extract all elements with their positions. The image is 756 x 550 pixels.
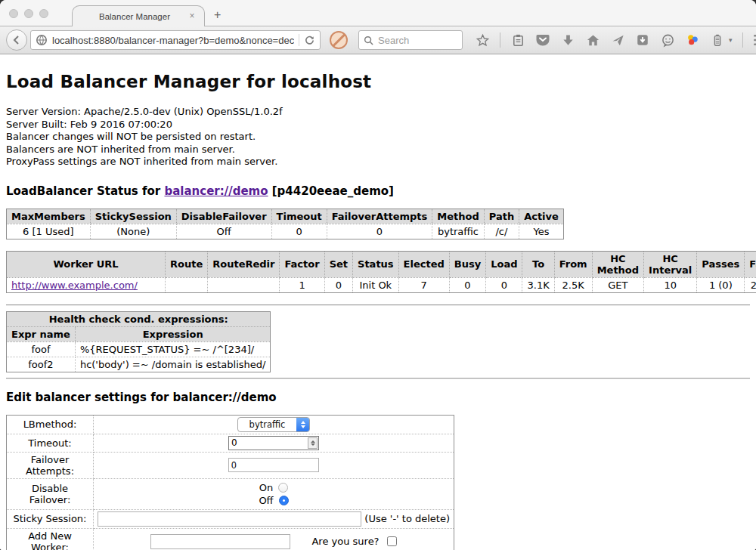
status-heading: LoadBalancer Status for balancer://demo … bbox=[6, 184, 750, 198]
server-version-line: Server Version: Apache/2.5.0-dev (Unix) … bbox=[6, 106, 750, 119]
balancer-status-table: MaxMembers StickySession DisableFailover… bbox=[6, 209, 564, 239]
disable-failover-off-radio[interactable] bbox=[279, 496, 289, 505]
worker-url-link[interactable]: http://www.example.com/ bbox=[11, 280, 138, 291]
sticky-session-input[interactable] bbox=[98, 511, 361, 527]
failover-attempts-input[interactable] bbox=[228, 458, 319, 472]
content-blocked-icon[interactable] bbox=[330, 31, 348, 49]
browser-tab[interactable]: Balancer Manager × bbox=[72, 5, 205, 26]
downloads-icon[interactable] bbox=[560, 32, 575, 48]
col-failoverattempts: FailoverAttempts bbox=[327, 209, 432, 224]
inherit-note-line: Balancers are NOT inherited from main se… bbox=[6, 144, 750, 156]
toolbar-icons: ▾ bbox=[475, 32, 756, 48]
are-you-sure-checkbox[interactable] bbox=[387, 536, 397, 546]
edit-settings-form: LBmethod: bytraffic Timeout: Failover At… bbox=[6, 415, 454, 550]
col-expression: Expression bbox=[75, 326, 271, 341]
home-icon[interactable] bbox=[585, 32, 600, 48]
balancer-data-row: 6 [1 Used] (None) Off 0 0 bytraffic /c/ … bbox=[7, 224, 564, 239]
persist-note-line: Balancer changes will NOT be persisted o… bbox=[6, 131, 750, 144]
col-path: Path bbox=[484, 209, 519, 224]
proxypass-note-line: ProxyPass settings are NOT inherited fro… bbox=[6, 156, 750, 168]
zoom-window-button[interactable] bbox=[39, 9, 48, 18]
search-icon bbox=[364, 36, 373, 45]
status-heading-suffix: [p4420eeae_demo] bbox=[268, 184, 394, 198]
number-spinner-icon[interactable] bbox=[308, 437, 318, 449]
select-stepper-icon bbox=[296, 418, 309, 431]
battery-extension-icon[interactable] bbox=[710, 32, 725, 48]
menu-hamburger-icon[interactable] bbox=[753, 32, 756, 48]
add-worker-label: Add New Worker: bbox=[7, 528, 94, 550]
failover-attempts-label: Failover Attempts: bbox=[7, 452, 94, 478]
health-row-foof2: foof2 hc('body') =~ /domain is establish… bbox=[7, 357, 271, 372]
page-content: Load Balancer Manager for localhost Serv… bbox=[0, 54, 756, 550]
status-heading-prefix: LoadBalancer Status for bbox=[6, 184, 164, 198]
radio-off-label: Off bbox=[259, 494, 273, 507]
tab-close-icon[interactable]: × bbox=[186, 11, 198, 23]
section-divider-2 bbox=[6, 378, 750, 379]
feedback-smiley-icon[interactable] bbox=[660, 32, 675, 48]
bookmark-star-icon[interactable] bbox=[475, 32, 490, 48]
palette-extension-icon[interactable] bbox=[685, 32, 700, 48]
add-worker-row: Add New Worker: Are you sure? bbox=[7, 528, 454, 550]
search-placeholder: Search bbox=[378, 35, 409, 46]
tab-title: Balancer Manager bbox=[73, 12, 186, 21]
col-active: Active bbox=[519, 209, 564, 224]
lbmethod-select[interactable]: bytraffic bbox=[237, 417, 310, 432]
health-title-row: Health check cond. expressions: bbox=[7, 311, 271, 326]
balancer-demo-link[interactable]: balancer://demo bbox=[164, 184, 268, 198]
search-bar[interactable]: Search bbox=[358, 30, 463, 50]
col-method: Method bbox=[432, 209, 484, 224]
timeout-row: Timeout: bbox=[7, 434, 454, 452]
url-divider bbox=[299, 34, 299, 46]
health-header-row: Expr name Expression bbox=[7, 326, 271, 341]
add-worker-input[interactable] bbox=[150, 534, 290, 549]
section-divider-1 bbox=[6, 304, 750, 306]
send-tab-icon[interactable] bbox=[610, 32, 625, 48]
download-box-icon[interactable] bbox=[635, 32, 650, 48]
health-check-table: Health check cond. expressions: Expr nam… bbox=[6, 311, 271, 372]
url-text[interactable]: localhost:8880/balancer-manager?b=demo&n… bbox=[52, 35, 294, 46]
globe-icon bbox=[36, 34, 48, 46]
timeout-label: Timeout: bbox=[7, 434, 94, 452]
pocket-icon[interactable] bbox=[535, 32, 550, 48]
clipboard-icon[interactable] bbox=[510, 32, 525, 48]
col-timeout: Timeout bbox=[271, 209, 327, 224]
col-stickysession: StickySession bbox=[90, 209, 176, 224]
are-you-sure-label: Are you sure? bbox=[311, 536, 379, 547]
disable-failover-on-radio[interactable] bbox=[278, 483, 288, 493]
health-row-foof: foof %{REQUEST_STATUS} =~ /^[234]/ bbox=[7, 341, 271, 357]
timeout-input[interactable] bbox=[228, 436, 319, 450]
nav-bar: localhost:8880/balancer-manager?b=demo&n… bbox=[0, 26, 756, 54]
worker-header-row: Worker URL Route RouteRedir Factor Set S… bbox=[7, 251, 756, 277]
edit-settings-heading: Edit balancer settings for balancer://de… bbox=[6, 391, 750, 404]
sticky-session-row: Sticky Session: (Use '-' to delete) bbox=[7, 509, 454, 528]
worker-data-row: http://www.example.com/ 1 0 Init Ok 7 0 … bbox=[7, 277, 756, 292]
health-table-title: Health check cond. expressions: bbox=[7, 311, 271, 326]
sticky-session-label: Sticky Session: bbox=[7, 509, 94, 528]
back-icon bbox=[11, 35, 22, 45]
toolbar-divider-2 bbox=[742, 32, 743, 48]
new-tab-button[interactable]: + bbox=[214, 8, 221, 22]
col-disablefailover: DisableFailover bbox=[176, 209, 271, 224]
page-title: Load Balancer Manager for localhost bbox=[6, 72, 750, 91]
server-info: Server Version: Apache/2.5.0-dev (Unix) … bbox=[6, 106, 750, 168]
balancer-header-row: MaxMembers StickySession DisableFailover… bbox=[7, 209, 564, 224]
url-bar[interactable]: localhost:8880/balancer-manager?b=demo&n… bbox=[30, 30, 321, 50]
overflow-caret-icon[interactable]: ▾ bbox=[729, 36, 733, 44]
traffic-lights bbox=[9, 9, 48, 18]
close-window-button[interactable] bbox=[9, 9, 18, 18]
reload-icon[interactable] bbox=[304, 35, 315, 46]
back-button[interactable] bbox=[6, 29, 27, 51]
col-expr-name: Expr name bbox=[7, 326, 76, 341]
lbmethod-selected-value: bytraffic bbox=[238, 419, 296, 430]
lbmethod-label: LBmethod: bbox=[7, 415, 94, 434]
disable-failover-label: Disable Failover: bbox=[7, 478, 94, 509]
toolbar-divider bbox=[500, 32, 500, 48]
col-maxmembers: MaxMembers bbox=[7, 209, 91, 224]
server-built-line: Server Built: Feb 9 2016 07:00:20 bbox=[6, 119, 750, 131]
sticky-session-note: (Use '-' to delete) bbox=[364, 513, 450, 524]
browser-window: Balancer Manager × + localhost:8880/bala… bbox=[0, 0, 756, 550]
minimize-window-button[interactable] bbox=[24, 9, 33, 18]
col-worker-url: Worker URL bbox=[7, 251, 166, 277]
radio-on-label: On bbox=[259, 481, 273, 494]
title-bar: Balancer Manager × + bbox=[0, 0, 756, 26]
